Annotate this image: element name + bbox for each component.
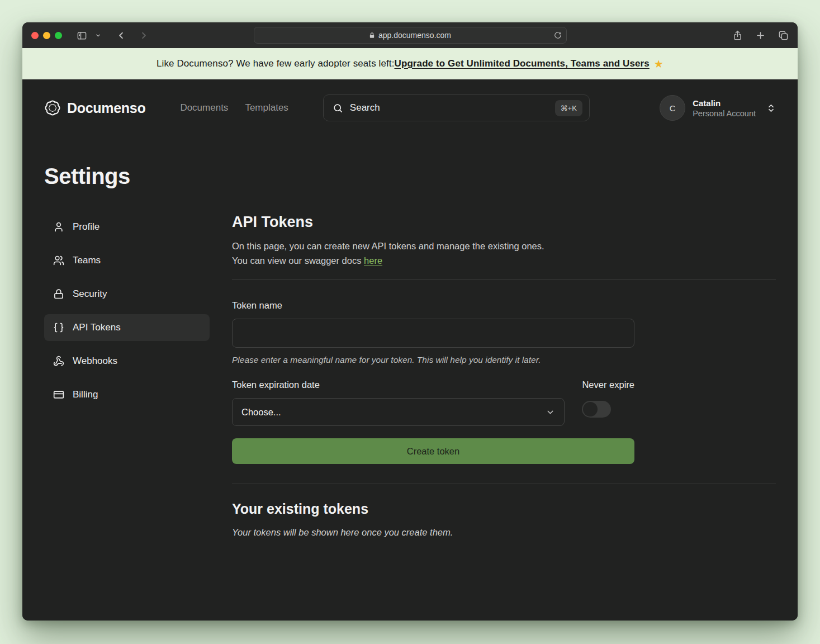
forward-button-icon[interactable] <box>139 30 149 41</box>
search-icon <box>333 103 343 113</box>
brand-name: Documenso <box>67 100 145 116</box>
section-heading: API Tokens <box>232 214 776 231</box>
user-name: Catalin <box>693 98 756 108</box>
back-button-icon[interactable] <box>116 30 126 41</box>
never-expire-field: Never expire <box>582 380 634 426</box>
existing-tokens-section: Your existing tokens Your tokens will be… <box>232 501 776 538</box>
upgrade-link[interactable]: Upgrade to Get Unlimited Documents, Team… <box>395 58 650 69</box>
nav-documents[interactable]: Documents <box>180 102 228 113</box>
toggle-knob <box>583 402 598 416</box>
tab-overview-icon[interactable] <box>778 30 789 41</box>
share-icon[interactable] <box>732 30 743 41</box>
create-token-form: Token name Please enter a meaningful nam… <box>232 300 634 464</box>
close-window-button[interactable] <box>31 32 39 39</box>
promo-banner: Like Documenso? We have few early adopte… <box>22 48 798 79</box>
user-meta: Catalin Personal Account <box>693 98 756 118</box>
zoom-window-button[interactable] <box>55 32 62 39</box>
sidebar-item-profile[interactable]: Profile <box>44 214 210 240</box>
divider <box>232 484 776 484</box>
url-text: app.documenso.com <box>378 31 451 40</box>
ssl-lock-icon <box>369 32 375 39</box>
sidebar-item-label: API Tokens <box>73 322 121 333</box>
documenso-logo-icon <box>44 100 61 116</box>
sidebar-item-billing[interactable]: Billing <box>44 381 210 408</box>
expiration-select[interactable]: Choose... <box>232 398 565 426</box>
token-name-input[interactable] <box>232 319 634 348</box>
description-line2: You can view our swagger docs <box>232 255 364 266</box>
expiration-selected-value: Choose... <box>241 407 281 418</box>
sidebar-item-webhooks[interactable]: Webhooks <box>44 348 210 375</box>
app-header: Documenso Documents Templates Search ⌘+K… <box>44 94 776 121</box>
search-shortcut-badge: ⌘+K <box>555 100 582 116</box>
search-placeholder: Search <box>350 102 548 113</box>
lock-icon <box>53 288 64 300</box>
settings-sidebar: Profile Teams Security <box>44 214 210 538</box>
users-icon <box>53 255 64 266</box>
page-title: Settings <box>44 164 776 189</box>
toolbar-right-controls <box>732 30 789 41</box>
description-line1: On this page, you can create new API tok… <box>232 241 544 251</box>
credit-card-icon <box>53 389 64 400</box>
webhook-icon <box>53 356 64 367</box>
sidebar-item-label: Billing <box>73 389 98 400</box>
chevron-down-icon <box>546 408 555 417</box>
braces-icon <box>53 322 64 333</box>
token-name-help: Please enter a meaningful name for your … <box>232 355 634 365</box>
create-token-button[interactable]: Create token <box>232 438 634 464</box>
sidebar-item-security[interactable]: Security <box>44 281 210 307</box>
user-icon <box>53 221 64 233</box>
never-expire-toggle[interactable] <box>582 401 611 418</box>
main-nav: Documents Templates <box>180 102 288 113</box>
api-tokens-panel: API Tokens On this page, you can create … <box>232 214 776 538</box>
swagger-docs-link[interactable]: here <box>364 255 382 266</box>
promo-banner-text: Like Documenso? We have few early adopte… <box>157 58 395 69</box>
browser-toolbar: app.documenso.com <box>22 22 798 48</box>
never-expire-label: Never expire <box>582 380 634 390</box>
new-tab-icon[interactable] <box>755 30 766 41</box>
chevrons-up-down-icon <box>766 103 776 113</box>
account-menu[interactable]: C Catalin Personal Account <box>660 95 776 121</box>
sidebar-toggle-icon[interactable] <box>77 30 87 41</box>
address-bar[interactable]: app.documenso.com <box>254 27 567 44</box>
user-account-type: Personal Account <box>693 109 756 118</box>
sidebar-item-label: Security <box>73 288 107 300</box>
expiration-label: Token expiration date <box>232 380 565 390</box>
brand-logo[interactable]: Documenso <box>44 100 145 116</box>
token-name-label: Token name <box>232 300 634 311</box>
sidebar-item-api-tokens[interactable]: API Tokens <box>44 314 210 341</box>
divider <box>232 279 776 280</box>
toolbar-left-controls <box>77 30 149 41</box>
sidebar-item-label: Profile <box>73 221 99 233</box>
avatar: C <box>660 95 685 121</box>
browser-window: app.documenso.com Like Documenso? We hav… <box>22 22 798 621</box>
minimize-window-button[interactable] <box>43 32 50 39</box>
traffic-lights <box>31 32 62 39</box>
section-description: On this page, you can create new API tok… <box>232 239 776 268</box>
sidebar-item-label: Webhooks <box>73 356 117 367</box>
existing-tokens-empty-text: Your tokens will be shown here once you … <box>232 527 776 538</box>
expiration-field: Token expiration date Choose... <box>232 380 565 426</box>
star-icon: ★ <box>654 58 663 70</box>
app-content: Documenso Documents Templates Search ⌘+K… <box>22 79 798 621</box>
search-input[interactable]: Search ⌘+K <box>323 94 590 121</box>
existing-tokens-heading: Your existing tokens <box>232 501 776 517</box>
nav-templates[interactable]: Templates <box>245 102 288 113</box>
sidebar-item-teams[interactable]: Teams <box>44 247 210 274</box>
reload-icon[interactable] <box>554 31 562 39</box>
sidebar-item-label: Teams <box>73 255 101 266</box>
sidebar-menu-chevron-icon[interactable] <box>95 32 101 39</box>
